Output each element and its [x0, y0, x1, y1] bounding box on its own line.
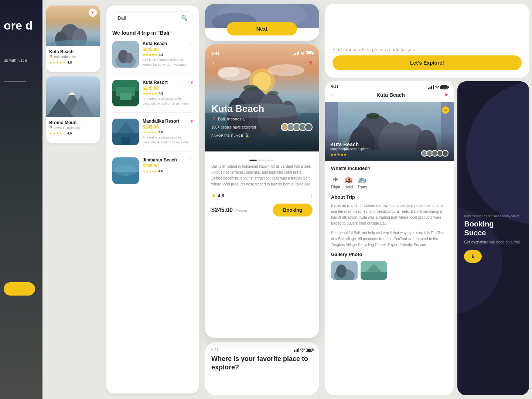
bromo-image	[46, 76, 100, 117]
svg-rect-17	[120, 93, 132, 100]
booking-button[interactable]: Booking	[273, 204, 313, 216]
svg-rect-21	[122, 137, 130, 145]
scroll-down-icon[interactable]: ↓	[310, 192, 313, 198]
included-items: ✈ Flight 🏨 Hotel 🚌 Trans	[331, 175, 448, 189]
trans-label: Trans	[358, 185, 367, 189]
svg-point-38	[267, 64, 304, 76]
rating-number: 4.8	[218, 193, 224, 198]
right-panel: Find thousands of places ready for you L…	[322, 0, 532, 399]
search-result-2[interactable]: Mandalika Resort ♥ $245.00 ★★★★★ 4.8 A r…	[112, 119, 193, 151]
location-pin-icon: 📍	[49, 55, 53, 59]
booking-row: $245.00 /Person Booking	[211, 204, 313, 216]
progress-dots	[211, 157, 313, 164]
result-img-0	[112, 41, 139, 68]
hotel-icon: 🏨	[345, 175, 353, 184]
search-result-0[interactable]: Kuta Beach ♡ $245.00 ★★★★★ 4.8 Bali is a…	[112, 41, 193, 74]
result-stars-2: ★★★★★ 4.8	[143, 130, 193, 134]
result-desc-2: A resort is a place used for vacation, r…	[143, 135, 193, 144]
stars-display: ★★★★★	[49, 60, 66, 64]
detail-back-button[interactable]: ←	[331, 92, 337, 98]
destination-card-kuta[interactable]: ♥ Kuta Beach 📍 Bali, Indonesia ★★★★★ 4.8	[46, 6, 100, 72]
svg-point-44	[243, 85, 258, 91]
svg-point-66	[336, 265, 347, 278]
hero-description: Bali is an island in Indonesia known for…	[211, 164, 313, 187]
detail-status-bar: 9:41	[325, 81, 454, 92]
search-result-3[interactable]: Jimbaran Beach ♡ $245.00 ★★★★★ 4.8	[112, 157, 193, 190]
result-price-3: $245.00	[143, 163, 193, 168]
svg-rect-51	[428, 88, 429, 89]
booking-success-content: Find thousands of places ready for you B…	[464, 214, 522, 263]
svg-rect-53	[431, 86, 432, 89]
rating-display: ★ 4.8	[211, 192, 224, 198]
about-trip-text: Bali is an island in Indonesia known for…	[331, 203, 448, 226]
svg-rect-68	[361, 272, 387, 280]
about-trip-text-2: See beautiful Bali and help us keep it t…	[331, 230, 448, 248]
booking-find-text: Find thousands of places ready for you	[464, 214, 522, 218]
result-price-2: $245.00	[143, 125, 193, 130]
hero-heart-button[interactable]: ♥	[308, 59, 313, 67]
svg-rect-29	[293, 54, 294, 55]
result-heart-1[interactable]: ♥	[190, 80, 193, 85]
dot-3	[267, 160, 274, 161]
result-heart-3[interactable]: ♡	[189, 157, 193, 163]
kuta-card-location: 📍 Bali, Indonesia	[49, 55, 97, 59]
signal-icon	[293, 51, 299, 55]
search-icon[interactable]: 🔍	[181, 15, 187, 21]
result-name-1: Kuta Resort	[143, 80, 168, 85]
kuta-card-stars: ★★★★★ 4.8	[49, 60, 97, 64]
search-bar[interactable]: 🔍	[112, 11, 193, 24]
hero-place-name: Kuta Beach	[211, 103, 264, 115]
about-trip-title: About Trip	[331, 194, 448, 200]
onboarding-card: Find thousands of places ready for you L…	[325, 4, 529, 78]
search-panel: 🔍 We found 4 trip in "Bali" Kuta Beach ♡…	[106, 6, 199, 393]
detail-signal-icons	[428, 85, 448, 89]
result-heart-0[interactable]: ♡	[189, 41, 193, 46]
destination-card-bromo[interactable]: Bromo Moun 📍 Jawa Ti, Indonesia ★★★★☆ 4.…	[46, 76, 100, 143]
back-button[interactable]: ←	[211, 59, 218, 67]
result-stars-1: ★★★★★ 4.8	[143, 92, 193, 95]
gallery-thumb-2[interactable]	[361, 261, 387, 280]
detail-place-title: Kuta Beach	[376, 92, 405, 98]
price-amount: $245.00	[211, 207, 233, 213]
signal-icons	[293, 51, 313, 55]
lets-explore-button[interactable]: Let's Explore!	[332, 55, 522, 70]
result-price-0: $245.00	[143, 47, 193, 52]
svg-rect-30	[295, 53, 296, 55]
included-hotel: 🏨 Hotel	[344, 175, 353, 189]
svg-rect-52	[430, 87, 431, 89]
explore-battery	[306, 348, 313, 352]
onboarding-title: Find thousands of places ready for you	[332, 47, 522, 52]
hero-detail-screen: 9:41	[205, 44, 319, 338]
hero-place-location: 📍 Bali, Indonesia	[211, 116, 245, 121]
detail-heart-button[interactable]: ♥	[444, 92, 448, 98]
people-explored: 100+ people have explored	[211, 123, 313, 131]
stars-icon-0: ★★★★★	[143, 53, 157, 57]
result-heart-2[interactable]: ♥	[190, 119, 193, 124]
detail-hero-image: Kuta Beach Bali, Indonesia ★★★★★ 4.8 ✓ 1…	[325, 102, 454, 161]
right-side-col: Find thousands of places ready for you B…	[457, 81, 529, 395]
booking-success-button[interactable]: E	[464, 250, 482, 263]
status-bar: 9:41	[205, 48, 319, 55]
price-section: $245.00 /Person	[211, 207, 247, 214]
kuta-heart-btn[interactable]: ♥	[89, 8, 97, 17]
hero-overlay	[205, 92, 319, 151]
svg-rect-49	[297, 349, 298, 352]
result-stars-3: ★★★★★ 4.8	[143, 169, 193, 173]
gallery-thumb-1[interactable]	[331, 261, 358, 280]
booking-success-card: Find thousands of places ready for you B…	[457, 81, 529, 395]
bromo-card-location: 📍 Jawa Ti, Indonesia	[49, 126, 97, 130]
explore-btn-dark[interactable]	[4, 282, 35, 296]
search-input[interactable]	[118, 15, 181, 21]
avatar-5	[304, 123, 313, 131]
trans-icon: 🚌	[358, 175, 366, 184]
search-result-1[interactable]: Kuta Resort ♥ $245.00 ★★★★★ 4.8 A resort…	[112, 80, 193, 113]
explore-question-screen: 9:41 Where is your favor	[205, 342, 319, 395]
bromo-stars: ★★★★☆	[49, 131, 66, 135]
dark-panel: ore d us with just a	[0, 0, 42, 399]
kuta-card-name: Kuta Beach	[49, 49, 97, 54]
next-button[interactable]: Next	[227, 22, 297, 35]
result-stars-0: ★★★★★ 4.8	[143, 53, 193, 57]
explore-status-bar: 9:41	[211, 348, 313, 352]
svg-point-62	[366, 113, 379, 119]
explore-time: 9:41	[211, 348, 218, 352]
